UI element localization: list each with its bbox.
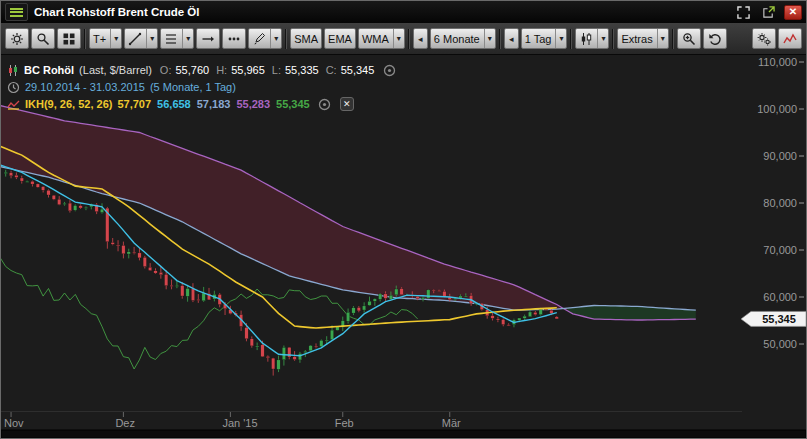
zoom-mode-button[interactable]: [31, 28, 55, 49]
ohlc-value: 55,965: [231, 64, 265, 76]
date-range-detail: (5 Monate, 1 Tag): [150, 81, 236, 93]
dropdown-arrow-icon: ▾: [182, 29, 190, 48]
button-label: SMA: [294, 33, 318, 45]
indicator-remove-button[interactable]: ✕: [340, 97, 354, 111]
dropdown-arrow-icon: ▾: [393, 29, 401, 48]
toolbar-separator: [84, 29, 86, 49]
y-axis-label: 100,000: [757, 103, 797, 115]
toolbar-separator: [570, 29, 572, 49]
chart-legend: BC Rohöl (Last, $/Barrel) O:55,760H:55,9…: [7, 62, 396, 113]
point-marker-tool-button[interactable]: [222, 28, 246, 49]
indicator-value-senkou_a: 57,183: [197, 98, 231, 110]
x-axis-label: Feb: [335, 417, 354, 429]
close-button[interactable]: ✕: [784, 5, 802, 20]
indicator-value-senkou_b: 55,283: [236, 98, 270, 110]
dots-icon: [227, 32, 241, 46]
zoom-in-button[interactable]: [677, 28, 701, 49]
x-axis-label: Mär: [442, 417, 461, 429]
date-range: 29.10.2014 - 31.03.2015: [25, 81, 145, 93]
toolbar-group-averages: SMAEMAWMA▾: [290, 28, 405, 49]
popout-button[interactable]: [759, 4, 778, 20]
dropdown-arrow-icon: ▾: [484, 29, 492, 48]
last-price-label: 55,345: [762, 313, 796, 325]
settings-button[interactable]: [5, 28, 29, 49]
sma-button[interactable]: SMA: [290, 28, 322, 49]
series-legend-row: BC Rohöl (Last, $/Barrel) O:55,760H:55,9…: [7, 62, 396, 78]
chart-scrollbar[interactable]: [1, 430, 806, 438]
y-axis-label: 60,000: [763, 291, 797, 303]
ohlc-label: H:: [216, 64, 227, 76]
titlebar: Chart Rohstoff Brent Crude Öl ✕: [1, 1, 806, 23]
candles-icon: [579, 32, 593, 46]
maximize-icon: [737, 6, 750, 19]
ohlc-label: L:: [272, 64, 281, 76]
close-icon: ✕: [789, 7, 797, 17]
mini-chart-button[interactable]: [778, 28, 802, 49]
menu-button[interactable]: [5, 3, 28, 21]
toolbar-separator: [408, 29, 410, 49]
toolbar-group-extras: Extras▾: [617, 28, 668, 49]
button-label: EMA: [328, 33, 352, 45]
dropdown-arrow-icon: ▾: [657, 29, 665, 48]
y-axis-label: 70,000: [763, 244, 797, 256]
dropdown-arrow-icon: ▾: [597, 29, 605, 48]
ema-button[interactable]: EMA: [324, 28, 356, 49]
dropdown-arrow-icon: ▾: [146, 29, 154, 48]
button-label: 6 Monate: [434, 33, 480, 45]
interval-select[interactable]: 1 Tag▾: [521, 28, 568, 49]
ohlc-value: 55,760: [175, 64, 209, 76]
indicator-name: IKH(9, 26, 52, 26): [25, 98, 112, 110]
line-icon: [128, 32, 142, 46]
grid-icon: [62, 32, 76, 46]
undo-button[interactable]: [703, 28, 727, 49]
button-label: T+: [93, 33, 106, 45]
gear-icon: [10, 32, 24, 46]
text-tool-button[interactable]: T+▾: [89, 28, 122, 49]
dropdown-arrow-icon: ▾: [555, 29, 563, 48]
zoomplus-icon: [682, 32, 696, 46]
back-arrow-icon: ◂: [418, 34, 423, 44]
dropdown-arrow-icon: ▾: [270, 29, 278, 48]
interval-back-button[interactable]: ◂: [504, 28, 519, 49]
button-label: 1 Tag: [525, 33, 552, 45]
y-axis-label: 110,000: [758, 56, 797, 68]
horizontal-line-tool-button[interactable]: [196, 28, 220, 49]
back-arrow-icon: ◂: [509, 34, 514, 44]
y-axis-label: 80,000: [763, 197, 797, 209]
last-price-tag: 55,345: [741, 311, 806, 326]
clock-icon: [7, 81, 20, 94]
toolbar-separator: [612, 29, 614, 49]
pencil-icon: [252, 32, 266, 46]
indicator-icon: [7, 98, 20, 111]
period-select[interactable]: 6 Monate▾: [430, 28, 496, 49]
freehand-tool-button[interactable]: ▾: [248, 28, 282, 49]
x-axis-label: Jan '15: [222, 417, 257, 429]
fibonacci-tool-button[interactable]: ▾: [160, 28, 194, 49]
toolbar-group-right-tools: [752, 28, 802, 49]
series-candle-icon: [7, 64, 19, 77]
trendline-tool-button[interactable]: ▾: [124, 28, 158, 49]
toolbar-group-interval: ◂1 Tag▾: [504, 28, 568, 49]
period-back-button[interactable]: ◂: [413, 28, 428, 49]
popout-icon: [762, 6, 775, 19]
extras-button[interactable]: Extras▾: [617, 28, 668, 49]
chart-type-select[interactable]: ▾: [575, 28, 609, 49]
chart-window: Chart Rohstoff Brent Crude Öl ✕ T+▾▾▾▾SM…: [0, 0, 807, 439]
chart-settings-button[interactable]: [752, 28, 776, 49]
ohlc-values: O:55,760H:55,965L:55,335C:55,345: [157, 64, 374, 76]
toolbar-group-chart-controls: [5, 28, 81, 49]
ohlc-value: 55,345: [341, 64, 375, 76]
curve-icon: [783, 32, 797, 46]
y-axis-label: 50,000: [763, 338, 797, 350]
toolbar-group-draw-tools: T+▾▾▾▾: [89, 28, 282, 49]
maximize-button[interactable]: [734, 4, 753, 20]
indicator-values: 57,70756,65857,18355,28355,345: [117, 98, 309, 110]
button-label: WMA: [362, 33, 389, 45]
series-settings-button[interactable]: [382, 63, 396, 77]
indicator-settings-button[interactable]: [318, 97, 332, 111]
layout-grid-button[interactable]: [57, 28, 81, 49]
indicator-value-kijun: 57,707: [117, 98, 151, 110]
wma-button[interactable]: WMA▾: [358, 28, 405, 49]
ohlc-label: C:: [326, 64, 337, 76]
indicator-value-chikou: 55,345: [276, 98, 310, 110]
